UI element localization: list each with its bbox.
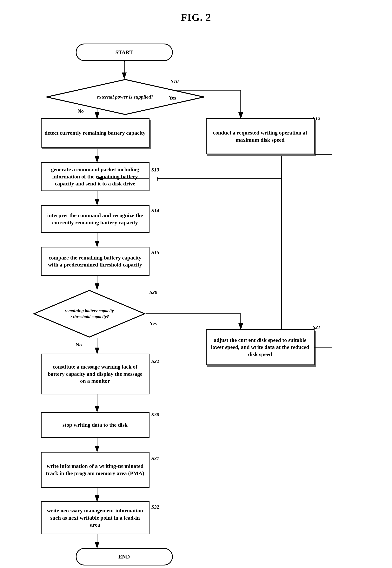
s14-step-label: S14 bbox=[152, 208, 159, 214]
write-terminated-label: write information of a writing-terminate… bbox=[45, 463, 146, 477]
s10-yes-label: Yes bbox=[169, 95, 176, 101]
stop-writing-label: stop writing data to the disk bbox=[63, 421, 127, 428]
stop-writing-node: stop writing data to the disk bbox=[41, 412, 150, 438]
s30-step-label: S30 bbox=[152, 412, 159, 418]
interpret-command-label: interpret the command and recognize the … bbox=[45, 212, 146, 226]
s22-step-label: S22 bbox=[152, 359, 159, 364]
write-management-node: write necessary management information s… bbox=[41, 501, 150, 534]
interpret-command-node: interpret the command and recognize the … bbox=[41, 205, 150, 233]
compare-battery-label: compare the remaining battery capacity w… bbox=[45, 254, 146, 269]
s10-diamond: external power is supplied? bbox=[45, 78, 206, 116]
s20-yes-label: Yes bbox=[150, 321, 157, 326]
generate-packet-label: generate a command packet including info… bbox=[45, 166, 146, 187]
conduct-writing-node: conduct a requested writing operation at… bbox=[206, 118, 315, 154]
detect-battery-node: detect currently remaining battery capac… bbox=[41, 118, 150, 148]
write-terminated-node: write information of a writing-terminate… bbox=[41, 452, 150, 488]
s20-diamond: remaining battery capacity> threshold ca… bbox=[33, 289, 146, 338]
s31-step-label: S31 bbox=[152, 456, 159, 462]
s10-diamond-label: external power is supplied? bbox=[69, 94, 182, 100]
start-node: START bbox=[76, 44, 173, 61]
flowchart: START external power is supplied? S10 Ye… bbox=[21, 31, 371, 556]
constitute-message-label: constitute a message warning lack of bat… bbox=[45, 363, 146, 385]
constitute-message-node: constitute a message warning lack of bat… bbox=[41, 354, 150, 394]
s20-no-label: No bbox=[76, 342, 82, 348]
conduct-writing-label: conduct a requested writing operation at… bbox=[209, 129, 311, 143]
s10-no-label: No bbox=[78, 108, 84, 114]
s13-step-label: S13 bbox=[152, 167, 159, 173]
s20-step-label: S20 bbox=[150, 289, 157, 295]
end-label: END bbox=[118, 553, 130, 560]
detect-battery-label: detect currently remaining battery capac… bbox=[45, 130, 146, 136]
adjust-speed-label: adjust the current disk speed to suitabl… bbox=[209, 337, 311, 358]
compare-battery-node: compare the remaining battery capacity w… bbox=[41, 247, 150, 276]
write-management-label: write necessary management information s… bbox=[45, 507, 146, 528]
generate-packet-node: generate a command packet including info… bbox=[41, 162, 150, 191]
end-node: END bbox=[76, 548, 173, 566]
s10-step-label: S10 bbox=[171, 78, 179, 84]
s15-step-label: S15 bbox=[152, 250, 159, 255]
adjust-speed-node: adjust the current disk speed to suitabl… bbox=[206, 329, 315, 365]
page-title: FIG. 2 bbox=[0, 0, 392, 31]
start-label: START bbox=[115, 49, 133, 55]
s32-step-label: S32 bbox=[152, 504, 159, 510]
s20-diamond-label: remaining battery capacity> threshold ca… bbox=[50, 308, 129, 320]
